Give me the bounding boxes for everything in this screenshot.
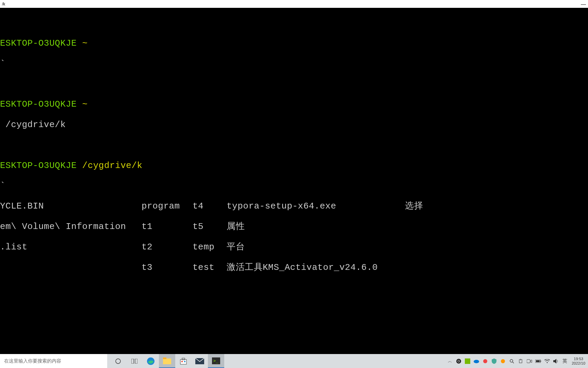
svg-rect-6: [180, 359, 186, 364]
svg-point-17: [483, 359, 487, 363]
terminal-app-icon[interactable]: >_: [208, 354, 224, 368]
svg-rect-1: [131, 359, 134, 364]
search-tray-icon[interactable]: [508, 358, 515, 365]
mail-icon[interactable]: [192, 354, 208, 368]
svg-point-18: [501, 359, 505, 363]
battery-icon[interactable]: [535, 358, 542, 365]
nvidia-icon[interactable]: [464, 358, 471, 365]
svg-rect-15: [465, 358, 470, 364]
svg-point-16: [474, 360, 479, 363]
ls-output-row: YCLE.BINprogramt4typora-setup-x64.exe选择: [0, 201, 588, 212]
svg-rect-9: [184, 361, 185, 362]
taskbar-search[interactable]: 在这里输入你要搜索的内容: [0, 354, 107, 368]
svg-point-19: [510, 359, 513, 362]
onedrive-icon[interactable]: [473, 358, 480, 365]
terminal-command: /cygdrive/k: [0, 120, 588, 130]
svg-point-0: [116, 359, 120, 364]
svg-point-27: [547, 362, 548, 363]
search-placeholder: 在这里输入你要搜索的内容: [4, 358, 61, 364]
svg-rect-26: [536, 360, 540, 362]
svg-point-13: [456, 359, 461, 364]
prompt-host: ESKTOP-O3UQKJE: [0, 99, 77, 109]
ls-output-row: t3test激活工具KMS_Activator_v24.6.0: [0, 263, 588, 273]
tray-app2-icon[interactable]: [500, 358, 506, 365]
prompt-host: ESKTOP-O3UQKJE: [0, 38, 77, 48]
prompt-path: ~: [82, 38, 88, 48]
meet-now-icon[interactable]: [526, 358, 533, 365]
explorer-icon[interactable]: [159, 354, 175, 368]
window-title: /k: [2, 2, 5, 6]
window-titlebar: /k —: [0, 0, 588, 8]
obs-icon[interactable]: [455, 358, 462, 365]
power-icon[interactable]: [517, 358, 524, 365]
ls-output-row: em\ Volume\ Informationt1t5属性: [0, 222, 588, 232]
svg-text:>_: >_: [213, 358, 218, 363]
prompt-path: ~: [82, 99, 88, 109]
security-icon[interactable]: [491, 358, 497, 365]
svg-rect-23: [527, 359, 530, 363]
wifi-icon[interactable]: [544, 358, 551, 365]
svg-rect-5: [163, 357, 166, 359]
ls-output-row: .listt2temp平台: [0, 242, 588, 252]
system-tray: ︿ 英 19:53 2022/10: [446, 357, 588, 365]
svg-rect-2: [135, 359, 137, 364]
terminal-line: `: [0, 59, 588, 69]
minimize-button[interactable]: —: [581, 1, 586, 7]
svg-rect-25: [540, 361, 541, 362]
windows-taskbar: 在这里输入你要搜索的内容 >_ ︿ 英 19:53 2022/10: [0, 354, 588, 368]
svg-rect-8: [181, 361, 183, 362]
terminal-output[interactable]: ESKTOP-O3UQKJE ~ ` ESKTOP-O3UQKJE ~ /cyg…: [0, 8, 588, 281]
terminal-line: `: [0, 181, 588, 191]
svg-rect-4: [163, 358, 171, 364]
volume-icon[interactable]: [553, 358, 559, 365]
clock[interactable]: 19:53 2022/10: [570, 357, 587, 365]
prompt-host: ESKTOP-O3UQKJE: [0, 160, 77, 171]
svg-line-20: [512, 362, 514, 363]
store-icon[interactable]: [175, 354, 192, 368]
edge-icon[interactable]: [143, 354, 159, 368]
tray-chevron-icon[interactable]: ︿: [446, 358, 453, 365]
task-view-icon[interactable]: [126, 354, 143, 368]
tray-app-icon[interactable]: [482, 358, 489, 365]
ime-indicator[interactable]: 英: [561, 358, 568, 365]
cortana-icon[interactable]: [110, 354, 126, 368]
prompt-path: /cygdrive/k: [82, 160, 143, 171]
